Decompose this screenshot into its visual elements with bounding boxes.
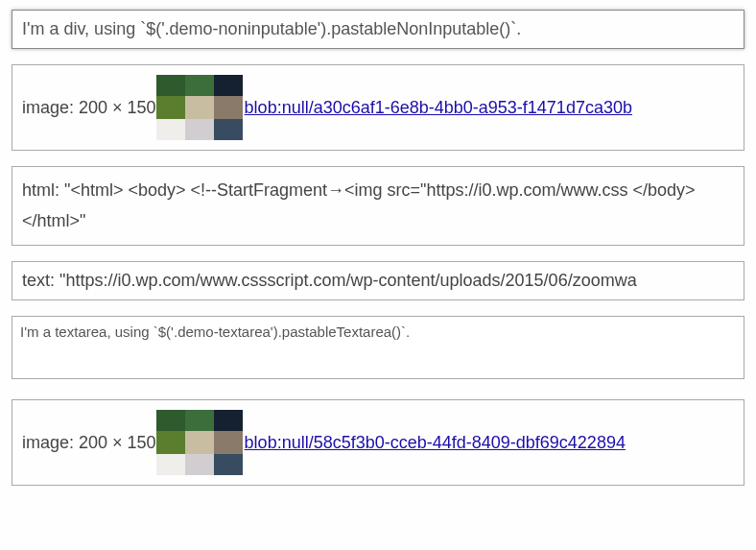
html-output-text: html: "<html> <body> <!--StartFragment→<… [22, 180, 696, 230]
noninputable-div[interactable]: I'm a div, using `$('.demo-noninputable'… [12, 10, 744, 49]
noninputable-div-text: I'm a div, using `$('.demo-noninputable'… [22, 19, 521, 38]
image-thumbnail [156, 75, 243, 140]
text-output: text: "https://i0.wp.com/www.cssscript.c… [22, 271, 637, 290]
result-text-1: text: "https://i0.wp.com/www.cssscript.c… [12, 261, 744, 300]
pastable-textarea[interactable] [12, 316, 744, 379]
result-image-1: image: 200 × 150blob:null/a30c6af1-6e8b-… [12, 64, 744, 151]
image-dimensions-label: image: 200 × 150 [22, 98, 156, 117]
image-thumbnail [156, 410, 243, 475]
result-html-1: html: "<html> <body> <!--StartFragment→<… [12, 166, 744, 246]
image-dimensions-label: image: 200 × 150 [22, 433, 156, 452]
blob-url-link[interactable]: blob:null/58c5f3b0-cceb-44fd-8409-dbf69c… [245, 433, 626, 452]
blob-url-link[interactable]: blob:null/a30c6af1-6e8b-4bb0-a953-f1471d… [245, 98, 632, 117]
result-image-2: image: 200 × 150blob:null/58c5f3b0-cceb-… [12, 399, 744, 486]
